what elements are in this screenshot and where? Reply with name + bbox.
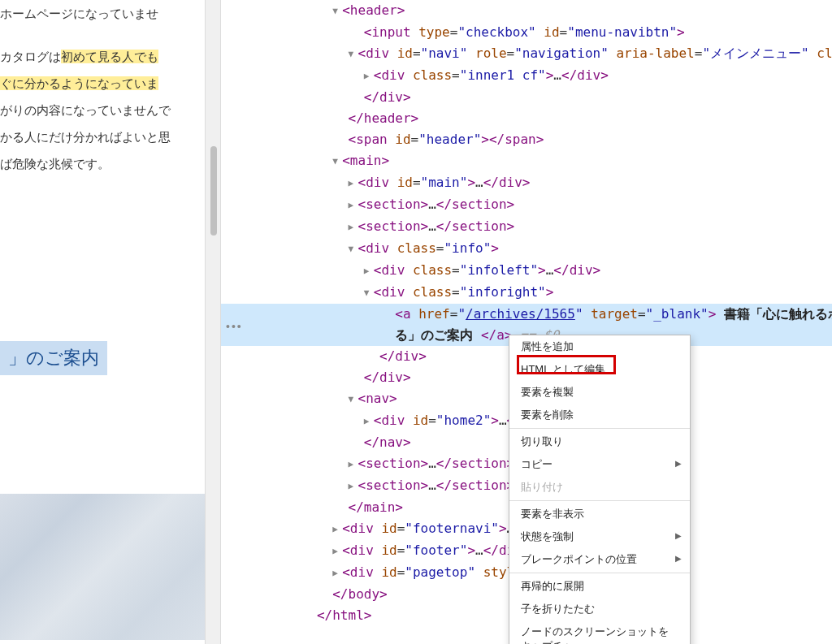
dom-node[interactable]: </div>	[221, 87, 832, 108]
dom-node[interactable]: ▼<div id="navi" role="navigation" aria-l…	[221, 43, 832, 65]
expand-toggle-icon[interactable]: ▶	[349, 195, 358, 216]
ellipsis-icon[interactable]: •••	[226, 320, 243, 333]
menu-item-expand-recursively[interactable]: 再帰的に展開	[509, 575, 690, 598]
dom-node[interactable]: <input type="checkbox" id="menu-navibtn"…	[221, 22, 832, 43]
chevron-right-icon: ▶	[675, 459, 682, 468]
menu-separator	[509, 573, 690, 573]
preview-line: ぐに分かるようになっていま	[0, 70, 198, 97]
preview-text: ホームページになっていませ カタログは初めて見る人でも ぐに分かるようになってい…	[0, 0, 198, 177]
preview-line: カタログは初めて見る人でも	[0, 43, 198, 70]
menu-item-collapse-children[interactable]: 子を折りたたむ	[509, 598, 690, 620]
dom-node[interactable]: ▼<div class="inforight">	[221, 282, 832, 304]
menu-separator	[509, 428, 690, 429]
preview-line: かる人にだけ分かればよいと思	[0, 123, 198, 150]
dom-node[interactable]: <span id="header"></span>	[221, 129, 832, 150]
chevron-right-icon: ▶	[675, 554, 682, 563]
expand-toggle-icon[interactable]: ▶	[364, 261, 374, 282]
expand-toggle-icon[interactable]: ▶	[332, 519, 342, 540]
scrollbar-thumb[interactable]	[210, 146, 217, 236]
expand-toggle-icon[interactable]: ▼	[364, 283, 374, 304]
dom-node[interactable]: ▶<div class="inner1 cf">…</div>	[221, 65, 832, 87]
menu-item-cut[interactable]: 切り取り	[509, 430, 690, 453]
dom-node[interactable]: ▶<div id="main">…</div>	[221, 172, 832, 194]
preview-line: ば危険な兆候です。	[0, 150, 198, 177]
menu-item-hide-element[interactable]: 要素を非表示	[509, 503, 690, 525]
dom-node[interactable]: ▶<section>…</section>	[221, 194, 832, 216]
preview-line: ホームページになっていませ	[0, 0, 198, 27]
preview-image-placeholder	[0, 494, 205, 640]
expand-toggle-icon[interactable]: ▶	[349, 454, 358, 475]
dom-node-selected[interactable]: <a href="/archives/1565" target="_blank"…	[221, 304, 832, 325]
expand-toggle-icon[interactable]: ▼	[332, 151, 342, 172]
menu-item-break-on[interactable]: ブレークポイントの位置▶	[509, 548, 690, 571]
expand-toggle-icon[interactable]: ▶	[332, 541, 342, 562]
menu-item-copy[interactable]: コピー▶	[509, 453, 690, 476]
menu-separator	[509, 500, 690, 501]
page-preview-pane: ホームページになっていませ カタログは初めて見る人でも ぐに分かるようになってい…	[0, 0, 205, 644]
menu-item-edit-as-html[interactable]: HTML として編集	[509, 358, 690, 381]
chevron-right-icon: ▶	[675, 531, 682, 540]
expand-toggle-icon[interactable]: ▼	[332, 1, 342, 22]
expand-toggle-icon[interactable]: ▶	[364, 66, 374, 87]
context-menu: 属性を追加 HTML として編集 要素を複製 要素を削除 切り取り コピー▶ 貼…	[509, 335, 691, 644]
expand-toggle-icon[interactable]: ▼	[349, 389, 358, 410]
expand-toggle-icon[interactable]: ▶	[349, 217, 358, 238]
pane-splitter[interactable]	[205, 0, 221, 644]
expand-toggle-icon[interactable]: ▶	[332, 563, 342, 584]
dom-node[interactable]: ▶<section>…</section>	[221, 216, 832, 238]
dom-node[interactable]: </header>	[221, 108, 832, 129]
dom-node[interactable]: ▼<div class="info">	[221, 238, 832, 260]
expand-toggle-icon[interactable]: ▶	[349, 476, 358, 497]
dom-node[interactable]: ▼<main>	[221, 150, 832, 172]
preview-selected-element: 」のご案内	[0, 341, 107, 375]
menu-item-force-state[interactable]: 状態を強制▶	[509, 525, 690, 548]
dom-node[interactable]: ▶<div class="infoleft">…</div>	[221, 260, 832, 282]
expand-toggle-icon[interactable]: ▼	[349, 239, 358, 260]
expand-toggle-icon[interactable]: ▶	[364, 411, 374, 432]
preview-line: がりの内容になっていませんで	[0, 97, 198, 123]
menu-item-paste: 貼り付け	[509, 476, 690, 499]
menu-item-capture-node-screenshot[interactable]: ノードのスクリーンショットをキャプチャ	[509, 620, 690, 644]
menu-item-duplicate-element[interactable]: 要素を複製	[509, 381, 690, 404]
menu-item-add-attribute[interactable]: 属性を追加	[509, 335, 690, 358]
menu-item-delete-element[interactable]: 要素を削除	[509, 404, 690, 426]
expand-toggle-icon[interactable]: ▼	[349, 44, 358, 65]
dom-node[interactable]: ▼<header>	[221, 0, 832, 22]
expand-toggle-icon[interactable]: ▶	[349, 173, 358, 194]
